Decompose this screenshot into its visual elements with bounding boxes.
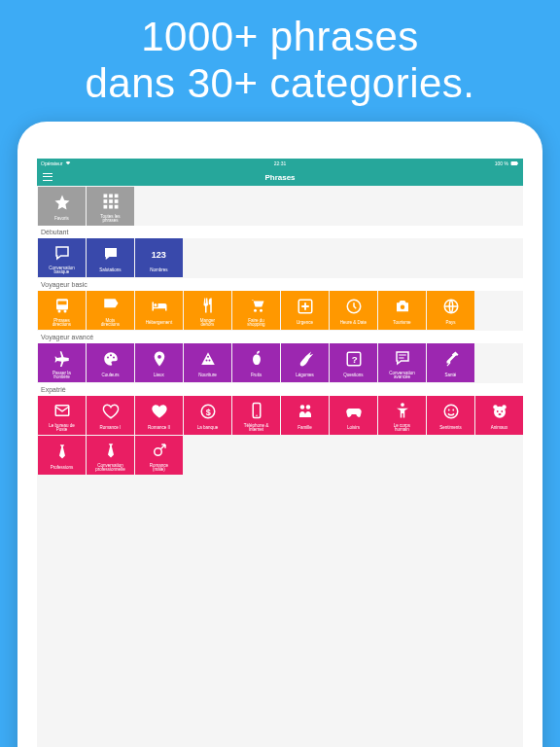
bed-icon [136,293,182,319]
sec3-tile-12[interactable]: Romance (mâle) [135,436,183,475]
tile-label: Conversation professionnelle [95,464,124,473]
tile-label: Fruits [251,372,262,380]
tile-label: Famille [298,424,312,433]
sec3-tile-6[interactable]: Loisirs [330,396,377,435]
sec3-tile-5[interactable]: Famille [281,396,329,435]
sec0-tile-1[interactable]: Salutations [87,238,134,277]
hero-text: 1000+ phrases dans 30+ categories. [0,0,560,118]
sec3-tile-7[interactable]: Le corps humain [378,396,426,435]
camera-icon [379,293,425,319]
battery-label: 100 % [495,160,508,166]
tie-icon [39,438,85,464]
tile-label: La banque [197,424,218,433]
question-icon [331,345,376,372]
tile-row: Conversation basiqueSalutationsNombres [37,238,523,278]
tile-label: Romance I [100,424,122,433]
sec2-tile-7[interactable]: Conversation avancée [378,343,426,382]
tile-label: Nouriture [198,372,217,380]
section-header: Voyageur basic [37,278,523,291]
tile-label: Romance II [148,424,170,433]
numbers-icon [136,240,182,267]
tile-row: Le bureau de PosteRomance IRomance IILa … [37,396,523,476]
plane-icon [39,345,85,372]
gamepad-icon [331,398,376,424]
grid-icon [88,189,133,215]
sec2-tile-1[interactable]: Couleurs [87,343,134,382]
star-icon [39,189,85,215]
wifi-icon [65,160,71,166]
cart-icon [233,293,279,319]
section-header: Expatrié [37,383,523,396]
tile-label: Le corps humain [394,424,410,433]
sec3-tile-9[interactable]: Animaux [475,396,523,435]
bear-icon [476,398,522,424]
menu-button[interactable] [43,172,52,182]
bus-icon [39,293,85,319]
dollar-icon [185,398,230,424]
tile-label: Conversation avancée [389,372,415,380]
tile-label: Légumes [296,372,314,380]
sec3-tile-1[interactable]: Romance I [87,396,134,435]
sec3-tile-2[interactable]: Romance II [135,396,183,435]
svg-rect-1 [517,162,518,164]
sec0-tile-2[interactable]: Nombres [135,238,183,277]
tile-label: Loisirs [347,424,360,433]
sec1-tile-2[interactable]: Hébergement [135,291,183,330]
sec2-tile-6[interactable]: Questions [330,343,377,382]
sec1-tile-5[interactable]: Urgence [281,291,329,330]
nav-bar: Phrases [37,168,523,186]
chat-lines-icon [379,345,425,372]
tile-label: Conversation basique [49,267,75,275]
sec3-tile-4[interactable]: Téléphone & Internet [232,396,280,435]
sec2-tile-8[interactable]: Santé [427,343,474,382]
tile-label: Santé [445,372,457,380]
sec1-tile-8[interactable]: Pays [427,291,474,330]
sec2-tile-5[interactable]: Légumes [281,343,329,382]
tile-label: Faire du shopping [247,319,264,328]
tile-label: Toutes les phrases [100,215,120,224]
tile-label: Animaux [491,424,508,433]
sec1-tile-1[interactable]: Mots directions [87,291,134,330]
app-screen: Opérateur 22:31 100 % Phrases FavorisTou… [37,159,523,747]
sec1-tile-4[interactable]: Faire du shopping [232,291,280,330]
top-tile-0[interactable]: Favoris [38,187,86,226]
syringe-icon [428,345,473,372]
sec1-tile-3[interactable]: Manger dehors [184,291,231,330]
tile-label: Passer la frontière [52,372,71,380]
pizza-icon [185,345,230,372]
svg-rect-0 [511,161,518,165]
sec2-tile-3[interactable]: Nouriture [184,343,231,382]
sec2-tile-2[interactable]: Lieux [135,343,183,382]
tile-label: Questions [343,372,363,380]
tile-label: Heure & Date [340,319,367,328]
hero-line1: 1000+ phrases [10,14,550,60]
sec3-tile-3[interactable]: La banque [184,396,231,435]
sec3-tile-8[interactable]: Sentiments [427,396,474,435]
battery-icon [510,160,519,166]
tile-label: Le bureau de Poste [49,424,75,433]
apple-icon [233,345,279,372]
tile-label: Nombres [150,267,167,275]
tile-row: Passer la frontièreCouleursLieuxNouritur… [37,343,523,383]
sec3-tile-10[interactable]: Professions [38,436,86,475]
tile-label: Urgence [297,319,313,328]
sec0-tile-0[interactable]: Conversation basique [38,238,86,277]
section-header: Voyageur avancé [37,331,523,343]
sec1-tile-7[interactable]: Tourisme [378,291,426,330]
carrot-icon [282,345,328,372]
sec2-tile-0[interactable]: Passer la frontière [38,343,86,382]
heart-o-icon [88,398,133,424]
tile-label: Tourisme [393,319,410,328]
sec3-tile-0[interactable]: Le bureau de Poste [38,396,86,435]
sec3-tile-11[interactable]: Conversation professionnelle [87,436,134,475]
status-bar: Opérateur 22:31 100 % [37,159,523,168]
sec1-tile-0[interactable]: Phrases directions [38,291,86,330]
ipad-frame: Opérateur 22:31 100 % Phrases FavorisTou… [18,122,542,747]
sec2-tile-4[interactable]: Fruits [232,343,280,382]
globe-icon [428,293,473,319]
nav-title: Phrases [264,173,295,182]
palette-icon [88,345,133,372]
smile-icon [428,398,473,424]
top-tile-1[interactable]: Toutes les phrases [87,187,134,226]
sec1-tile-6[interactable]: Heure & Date [330,291,377,330]
